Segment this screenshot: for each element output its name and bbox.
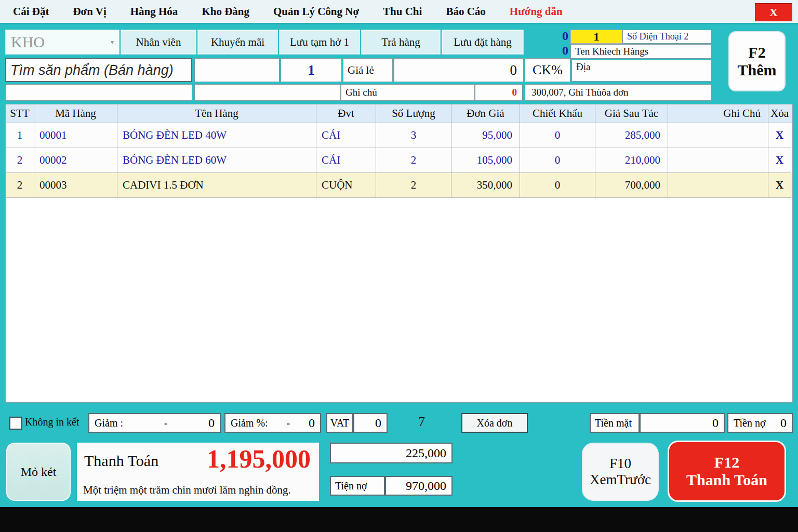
- discount-field[interactable]: Giảm : - 0: [88, 413, 221, 433]
- discount-percent-value: 0: [309, 416, 315, 430]
- phone-field[interactable]: Số Diện Thoại 2: [622, 30, 712, 44]
- row-note[interactable]: [668, 148, 768, 173]
- f2-key-label: F2: [748, 44, 765, 61]
- debt-value: 0: [780, 416, 787, 430]
- f12-pay-button[interactable]: F12 Thanh Toán: [668, 441, 786, 502]
- row-discount[interactable]: 0: [520, 148, 595, 173]
- table-row-selected[interactable]: 2 00003 CADIVI 1.5 ĐƠN CUỘN 2 350,000 0 …: [6, 173, 792, 198]
- header-ten-hang: Tên Hàng: [117, 104, 316, 123]
- menu-item-cai-dat[interactable]: Cái Đặt: [13, 5, 49, 18]
- row-qty[interactable]: 2: [376, 148, 451, 173]
- header-xoa: Xóa: [768, 104, 791, 123]
- note-zero-field[interactable]: 0: [475, 84, 523, 101]
- note-left-field[interactable]: [5, 84, 192, 101]
- menu-item-bao-cao[interactable]: Báo Cáo: [446, 5, 485, 18]
- header-ghi-chu: Ghi Chú: [668, 104, 768, 123]
- no-print-checkbox[interactable]: [9, 417, 22, 430]
- delete-order-button[interactable]: Xóa đơn: [461, 413, 528, 433]
- row-discount[interactable]: 0: [520, 123, 595, 148]
- header-dvt: Đvt: [316, 104, 376, 123]
- row-code: 00003: [34, 173, 117, 198]
- return-goods-button[interactable]: Trả hàng: [361, 30, 441, 55]
- note-mid-field[interactable]: [194, 84, 341, 101]
- row-price[interactable]: 350,000: [451, 173, 520, 198]
- row-unit: CUỘN: [316, 173, 376, 198]
- save-order-button[interactable]: Lưu đặt hàng: [442, 30, 524, 55]
- row-price[interactable]: 105,000: [451, 148, 520, 173]
- line-price-field[interactable]: 0: [394, 58, 524, 82]
- discount-label: Giảm :: [95, 417, 123, 429]
- menu-item-thu-chi[interactable]: Thu Chi: [383, 5, 422, 18]
- search-extra-field[interactable]: [194, 58, 280, 82]
- payment-debt-label: Tiện nợ: [330, 476, 385, 496]
- total-in-words: Một triệm một trăm chin mươi lăm nghin đ…: [83, 484, 291, 497]
- row-code: 00001: [34, 123, 117, 148]
- row-stt: 1: [6, 123, 34, 148]
- row-qty[interactable]: 2: [376, 173, 451, 198]
- header-gia-sau: Giá Sau Tác: [595, 104, 668, 123]
- save-temp-button[interactable]: Lưu tạm hở 1: [279, 30, 360, 55]
- f10-preview-label: XemTrước: [590, 472, 651, 488]
- note-info-field[interactable]: 300,007, Ghi Thùôa đơn: [525, 84, 712, 101]
- row-note[interactable]: [668, 173, 768, 198]
- order-note-field[interactable]: Ghi chủ: [341, 84, 475, 101]
- row-unit: CÁI: [316, 123, 376, 148]
- f10-preview-button[interactable]: F10 XemTrước: [582, 443, 659, 501]
- row-price[interactable]: 95,000: [451, 123, 520, 148]
- vat-value-field[interactable]: 0: [353, 413, 388, 433]
- row-note[interactable]: [668, 123, 768, 148]
- header-chiet-khau: Chiết Khấu: [520, 104, 595, 123]
- discount-value: 0: [208, 416, 215, 430]
- menu-item-don-vi[interactable]: Đơn Vị: [73, 5, 106, 18]
- row-name: BÓNG ĐÈN LED 40W: [117, 123, 316, 148]
- price-type-label: Giá lẻ: [343, 58, 393, 82]
- debt-field[interactable]: Tiền nợ 0: [727, 413, 793, 433]
- f12-pay-label: Thanh Toán: [686, 471, 767, 489]
- order-number-input[interactable]: 1: [570, 30, 622, 44]
- row-stt: 2: [6, 173, 34, 198]
- menu-item-cong-no[interactable]: Quản Lý Công Nợ: [273, 5, 359, 18]
- f2-add-label: Thêm: [738, 61, 777, 79]
- table-header-row: STT Mã Hàng Tên Hàng Đvt Số Lượng Đơn Gi…: [6, 104, 792, 123]
- row-total: 285,000: [595, 123, 668, 148]
- row-total: 700,000: [595, 173, 668, 198]
- row-name: BÓNG ĐÈN LED 60W: [117, 148, 316, 173]
- discount-percent-dash: -: [286, 417, 290, 429]
- row-discount[interactable]: 0: [520, 173, 595, 198]
- cash-value-field[interactable]: 0: [640, 413, 725, 433]
- staff-button[interactable]: Nhân viên: [121, 30, 196, 55]
- total-label: Thanh Toán: [84, 452, 158, 470]
- menu-item-kho-hang[interactable]: Kho Đàng: [202, 5, 249, 18]
- customer-name-field[interactable]: Ten Khiech Hàngs: [570, 44, 712, 59]
- item-count: 7: [418, 414, 425, 430]
- row-qty[interactable]: 3: [376, 123, 451, 148]
- warehouse-select[interactable]: KHO ▾: [5, 30, 119, 55]
- discount-percent-field[interactable]: Giảm %: - 0: [224, 413, 321, 433]
- total-panel: Thanh Toán 1,195,000 Một triệm một trăm …: [77, 443, 319, 501]
- menu-item-huong-dan[interactable]: Hướng dẫn: [510, 5, 563, 18]
- search-input[interactable]: [5, 58, 192, 82]
- f2-add-button[interactable]: F2 Thêm: [728, 31, 786, 91]
- change-value-field[interactable]: 225,000: [330, 443, 453, 463]
- table-row[interactable]: 1 00001 BÓNG ĐÈN LED 40W CÁI 3 95,000 0 …: [6, 123, 792, 148]
- close-button[interactable]: X: [755, 3, 792, 21]
- discount-dash: -: [164, 417, 168, 429]
- row-delete-button[interactable]: X: [768, 148, 791, 173]
- debt-label: Tiền nợ: [734, 417, 766, 429]
- table-row[interactable]: 2 00002 BÓNG ĐÈN LED 60W CÁI 2 105,000 0…: [6, 148, 792, 173]
- row-delete-button[interactable]: X: [768, 173, 791, 198]
- menu-item-hang-hoa[interactable]: Hàng Hóa: [130, 5, 178, 18]
- cash-label: Tiền mặt: [590, 413, 640, 433]
- f12-key-label: F12: [714, 454, 739, 471]
- address-field[interactable]: Địa: [571, 60, 712, 82]
- row-total: 210,000: [595, 148, 668, 173]
- line-qty-cell[interactable]: 1: [281, 58, 342, 82]
- items-table: STT Mã Hàng Tên Hàng Đvt Số Lượng Đơn Gi…: [5, 104, 793, 403]
- header-ma-hang: Mã Hàng: [34, 104, 117, 123]
- promotion-button[interactable]: Khuyến mãi: [197, 30, 278, 55]
- open-drawer-button[interactable]: Mỏ két: [6, 443, 71, 501]
- row-delete-button[interactable]: X: [768, 123, 791, 148]
- row-name: CADIVI 1.5 ĐƠN: [117, 173, 316, 198]
- ck-percent-label: CK%: [525, 58, 570, 82]
- warehouse-select-value: KHO: [11, 33, 45, 51]
